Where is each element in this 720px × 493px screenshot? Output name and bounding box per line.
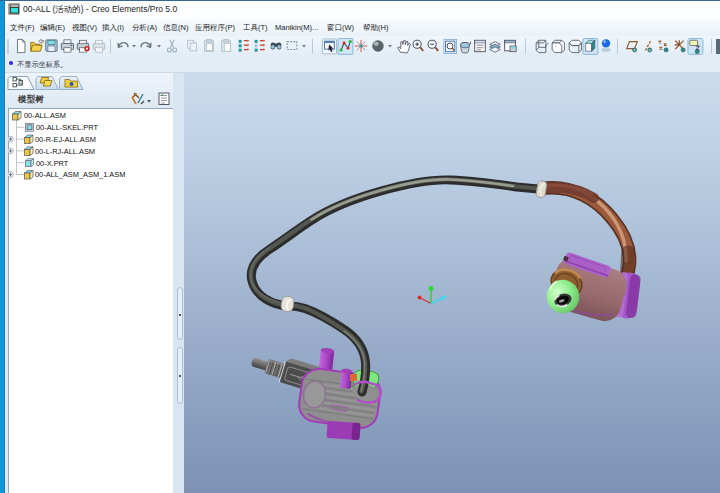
svg-text:00-X.PRT: 00-X.PRT <box>36 159 69 168</box>
svg-text:00-R-EJ-ALL.ASM: 00-R-EJ-ALL.ASM <box>35 135 96 144</box>
svg-text:00-ALL_ASM_ASM_1.ASM: 00-ALL_ASM_ASM_1.ASM <box>35 170 125 179</box>
svg-text:00-ALL.ASM: 00-ALL.ASM <box>24 111 66 120</box>
svg-text:00-ALL-SKEL.PRT: 00-ALL-SKEL.PRT <box>36 123 98 132</box>
svg-text:00-L-RJ-ALL.ASM: 00-L-RJ-ALL.ASM <box>35 147 95 156</box>
